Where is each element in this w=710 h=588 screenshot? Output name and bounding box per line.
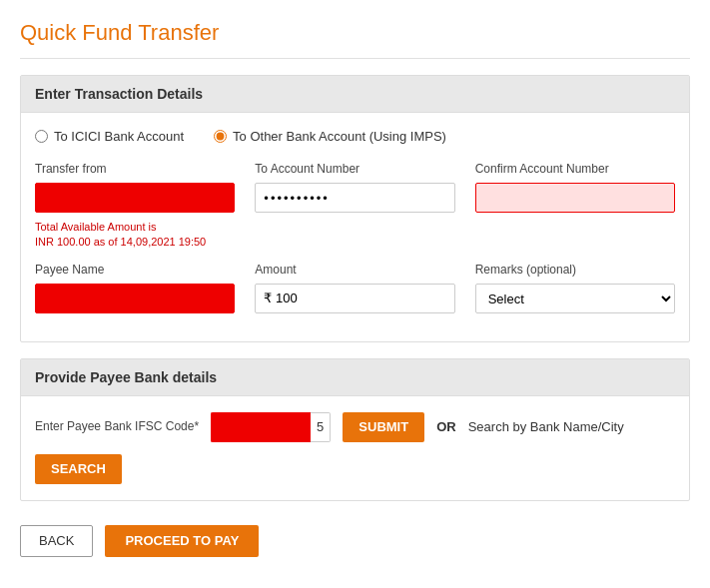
submit-button[interactable]: SUBMIT — [343, 412, 424, 442]
title-divider — [20, 58, 690, 59]
ifsc-input[interactable] — [211, 412, 311, 442]
remarks-label: Remarks (optional) — [475, 263, 675, 277]
payee-amount-row: Payee Name Amount Remarks (optional) Sel… — [35, 263, 675, 313]
confirm-account-group: Confirm Account Number — [475, 162, 675, 213]
amount-label: Amount — [255, 263, 454, 277]
account-number-group: To Account Number — [255, 162, 454, 213]
amount-group: Amount — [255, 263, 454, 313]
radio-other-label: To Other Bank Account (Using IMPS) — [233, 129, 446, 144]
account-number-input[interactable] — [255, 183, 454, 213]
proceed-button[interactable]: PROCEED TO PAY — [105, 525, 259, 557]
ifsc-field-wrapper: 5 — [211, 412, 331, 442]
payee-bank-section-body: Enter Payee Bank IFSC Code* 5 SUBMIT OR … — [21, 396, 689, 500]
search-by-label: Search by Bank Name/City — [468, 419, 624, 434]
remarks-select[interactable]: Select — [475, 284, 675, 313]
payee-bank-row: Enter Payee Bank IFSC Code* 5 SUBMIT OR … — [35, 412, 675, 484]
page-title: Quick Fund Transfer — [20, 20, 690, 46]
ifsc-label: Enter Payee Bank IFSC Code* — [35, 418, 199, 435]
available-amount-text: Total Available Amount is INR 100.00 as … — [35, 220, 235, 251]
radio-other-input[interactable] — [214, 130, 227, 143]
radio-icici[interactable]: To ICICI Bank Account — [35, 129, 184, 144]
or-text: OR — [436, 419, 456, 434]
confirm-account-input[interactable] — [475, 183, 675, 213]
radio-other[interactable]: To Other Bank Account (Using IMPS) — [214, 129, 446, 144]
search-button[interactable]: SEARCH — [35, 454, 122, 484]
transaction-section-body: To ICICI Bank Account To Other Bank Acco… — [21, 113, 689, 341]
transaction-section-header: Enter Transaction Details — [21, 76, 689, 113]
payee-bank-section-header: Provide Payee Bank details — [21, 359, 689, 396]
ifsc-suffix: 5 — [311, 412, 331, 442]
account-fields-row: Transfer from Total Available Amount is … — [35, 162, 675, 251]
payee-name-label: Payee Name — [35, 263, 235, 277]
transfer-type-radio-group: To ICICI Bank Account To Other Bank Acco… — [35, 129, 675, 144]
transfer-from-group: Transfer from Total Available Amount is … — [35, 162, 235, 251]
payee-name-group: Payee Name — [35, 263, 235, 313]
back-button[interactable]: BACK — [20, 525, 93, 557]
account-number-label: To Account Number — [255, 162, 454, 176]
payee-name-input[interactable] — [35, 284, 235, 313]
remarks-group: Remarks (optional) Select — [475, 263, 675, 313]
payee-bank-section: Provide Payee Bank details Enter Payee B… — [20, 358, 690, 501]
radio-icici-label: To ICICI Bank Account — [54, 129, 184, 144]
radio-icici-input[interactable] — [35, 130, 48, 143]
transaction-section: Enter Transaction Details To ICICI Bank … — [20, 75, 690, 342]
transfer-from-select[interactable] — [35, 183, 235, 213]
confirm-account-label: Confirm Account Number — [475, 162, 675, 176]
amount-input[interactable] — [255, 284, 454, 313]
transfer-from-label: Transfer from — [35, 162, 235, 176]
footer-row: BACK PROCEED TO PAY — [20, 517, 690, 565]
